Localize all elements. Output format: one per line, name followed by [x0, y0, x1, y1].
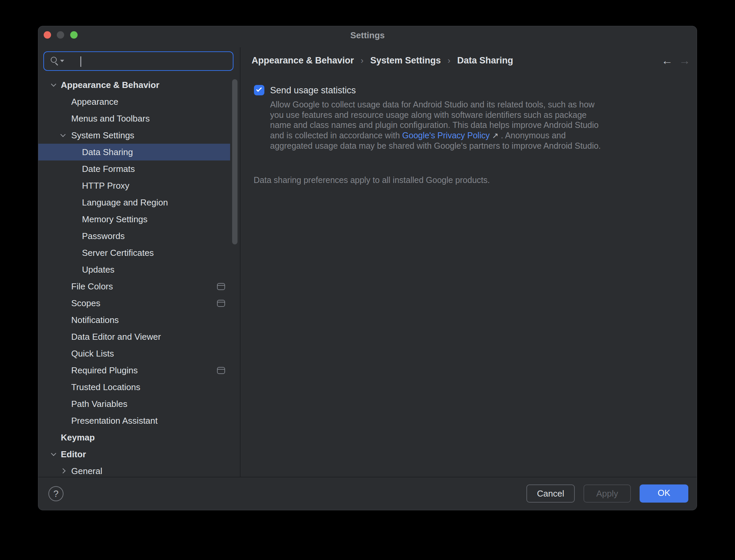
- sidebar-item-label: Appearance: [71, 93, 118, 110]
- sidebar-tree: Appearance & BehaviorAppearanceMenus and…: [38, 77, 240, 477]
- sidebar-item-label: Quick Lists: [71, 345, 114, 362]
- chevron-right-icon[interactable]: [60, 468, 66, 474]
- sidebar-item-language-and-region[interactable]: Language and Region: [38, 194, 230, 211]
- sidebar-item-notifications[interactable]: Notifications: [38, 312, 230, 328]
- breadcrumb-separator-icon: ›: [447, 55, 450, 66]
- sidebar-item-label: Presentation Assistant: [71, 412, 158, 429]
- panel-window-icon: [217, 283, 225, 290]
- sidebar-item-label: General: [71, 463, 102, 477]
- sidebar-item-label: Passwords: [82, 228, 125, 244]
- sidebar-item-memory-settings[interactable]: Memory Settings: [38, 211, 230, 228]
- checkmark-icon: [256, 86, 262, 92]
- cancel-button[interactable]: Cancel: [526, 484, 575, 503]
- sidebar-item-label: Menus and Toolbars: [71, 110, 150, 127]
- chevron-down-icon[interactable]: [60, 132, 66, 137]
- usage-statistics-description: Allow Google to collect usage data for A…: [270, 99, 601, 151]
- sidebar-item-label: Notifications: [71, 312, 119, 328]
- forward-arrow-icon[interactable]: →: [677, 53, 692, 68]
- help-button[interactable]: ?: [48, 486, 63, 501]
- sidebar-item-keymap[interactable]: Keymap: [38, 429, 230, 446]
- sidebar-item-required-plugins[interactable]: Required Plugins: [38, 362, 230, 379]
- data-sharing-note: Data sharing preferences apply to all in…: [254, 175, 490, 185]
- sidebar-divider: [240, 47, 241, 477]
- breadcrumb-separator-icon: ›: [361, 55, 364, 66]
- panel-window-icon: [217, 367, 225, 374]
- back-arrow-icon[interactable]: ←: [660, 53, 675, 68]
- sidebar-item-label: Keymap: [61, 429, 95, 446]
- sidebar-item-label: Appearance & Behavior: [61, 77, 159, 93]
- sidebar-item-general[interactable]: General: [38, 463, 230, 477]
- breadcrumb-appearance-behavior[interactable]: Appearance & Behavior: [252, 55, 354, 66]
- sidebar-item-label: Data Sharing: [82, 144, 133, 160]
- external-link-icon: ↗: [492, 131, 499, 140]
- sidebar-item-label: Trusted Locations: [71, 379, 140, 395]
- sidebar-item-label: Date Formats: [82, 160, 135, 177]
- sidebar-item-label: Scopes: [71, 295, 100, 312]
- send-usage-statistics-label[interactable]: Send usage statistics: [270, 85, 356, 96]
- sidebar-item-passwords[interactable]: Passwords: [38, 228, 230, 244]
- sidebar-item-label: Memory Settings: [82, 211, 147, 228]
- sidebar-item-scopes[interactable]: Scopes: [38, 295, 230, 312]
- sidebar-item-appearance-behavior[interactable]: Appearance & Behavior: [38, 77, 230, 93]
- sidebar-item-label: File Colors: [71, 278, 113, 295]
- settings-window: Settings Appearance & BehaviorAppearance…: [38, 26, 697, 510]
- sidebar-item-data-editor-and-viewer[interactable]: Data Editor and Viewer: [38, 328, 230, 345]
- sidebar-item-date-formats[interactable]: Date Formats: [38, 160, 230, 177]
- sidebar-item-label: Editor: [61, 446, 86, 463]
- sidebar-item-label: Path Variables: [71, 395, 127, 412]
- apply-button[interactable]: Apply: [583, 484, 631, 503]
- chevron-down-icon[interactable]: [51, 451, 56, 456]
- sidebar-item-label: Data Editor and Viewer: [71, 328, 161, 345]
- breadcrumb: Appearance & Behavior › System Settings …: [252, 52, 513, 69]
- breadcrumb-data-sharing: Data Sharing: [457, 55, 513, 66]
- titlebar: Settings: [38, 26, 697, 47]
- sidebar-item-appearance[interactable]: Appearance: [38, 93, 230, 110]
- sidebar-item-http-proxy[interactable]: HTTP Proxy: [38, 177, 230, 194]
- sidebar-item-menus-and-toolbars[interactable]: Menus and Toolbars: [38, 110, 230, 127]
- screen: Settings Appearance & BehaviorAppearance…: [0, 0, 735, 560]
- question-mark-icon: ?: [53, 488, 59, 499]
- sidebar-item-system-settings[interactable]: System Settings: [38, 127, 230, 144]
- sidebar-item-path-variables[interactable]: Path Variables: [38, 395, 230, 412]
- settings-sidebar: Appearance & BehaviorAppearanceMenus and…: [38, 47, 240, 477]
- chevron-down-icon[interactable]: [51, 82, 56, 87]
- sidebar-item-label: Language and Region: [82, 194, 168, 211]
- sidebar-item-file-colors[interactable]: File Colors: [38, 278, 230, 295]
- panel-window-icon: [217, 300, 225, 307]
- sidebar-item-data-sharing[interactable]: Data Sharing: [38, 144, 230, 160]
- ok-button[interactable]: OK: [640, 484, 688, 503]
- breadcrumb-system-settings[interactable]: System Settings: [370, 55, 441, 66]
- sidebar-item-server-certificates[interactable]: Server Certificates: [38, 244, 230, 261]
- sidebar-item-label: HTTP Proxy: [82, 177, 129, 194]
- send-usage-statistics-checkbox[interactable]: [254, 85, 264, 95]
- sidebar-item-label: Required Plugins: [71, 362, 138, 379]
- sidebar-item-quick-lists[interactable]: Quick Lists: [38, 345, 230, 362]
- sidebar-item-editor[interactable]: Editor: [38, 446, 230, 463]
- footer-divider: [38, 477, 697, 477]
- sidebar-item-label: Updates: [82, 261, 115, 278]
- window-title: Settings: [38, 26, 697, 47]
- privacy-policy-link[interactable]: Google's Privacy Policy: [402, 131, 489, 140]
- sidebar-item-trusted-locations[interactable]: Trusted Locations: [38, 379, 230, 395]
- sidebar-item-presentation-assistant[interactable]: Presentation Assistant: [38, 412, 230, 429]
- sidebar-item-label: Server Certificates: [82, 244, 154, 261]
- sidebar-item-label: System Settings: [71, 127, 134, 144]
- sidebar-item-updates[interactable]: Updates: [38, 261, 230, 278]
- sidebar-scrollbar-thumb[interactable]: [232, 79, 237, 244]
